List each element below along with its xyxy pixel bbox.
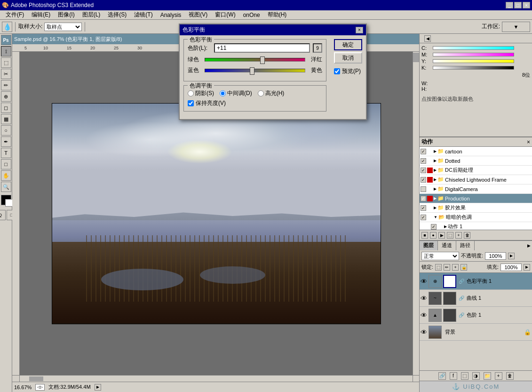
action-check-2[interactable] <box>421 158 426 164</box>
green-slider-thumb[interactable] <box>260 56 265 64</box>
tab-layers[interactable]: 图层 <box>420 241 438 250</box>
midtone-radio-input[interactable] <box>220 90 226 96</box>
dialog-close-btn[interactable]: × <box>356 27 363 33</box>
hand-tool[interactable]: ✋ <box>1 170 11 181</box>
actions-close[interactable]: × <box>527 139 530 145</box>
menu-analysis[interactable]: Analysis <box>157 11 185 19</box>
blue-slider-track[interactable] <box>205 69 305 72</box>
window-controls[interactable]: _ □ × <box>506 2 530 8</box>
close-button[interactable]: × <box>523 2 530 8</box>
zoom-slider[interactable]: ◁▷ <box>35 384 45 391</box>
tab-channels[interactable]: 通道 <box>438 241 456 250</box>
selection-tool[interactable]: ⬚ <box>1 57 11 68</box>
add-style-btn[interactable]: f <box>450 372 457 380</box>
layer-row-curves[interactable]: 👁 ~ 🔗 曲线 1 <box>420 290 532 307</box>
action-check-1[interactable] <box>421 149 426 154</box>
action-row-action1[interactable]: ▶ 动作 1 <box>420 222 532 230</box>
action-row-dc[interactable]: ▶ 📁 DC后期处理 <box>420 166 532 175</box>
minimize-button[interactable]: _ <box>506 2 513 8</box>
menu-layer[interactable]: 图层(L) <box>79 10 104 20</box>
new-group-btn[interactable]: 📁 <box>484 372 491 380</box>
action-check-5[interactable] <box>421 186 426 192</box>
action-check-3[interactable] <box>421 168 426 173</box>
new-fill-btn[interactable]: ◑ <box>472 372 480 380</box>
play-btn[interactable]: ▶ <box>438 232 445 239</box>
action-row-film[interactable]: ▶ 📁 胶片效果 <box>420 203 532 213</box>
record-btn[interactable]: ● <box>430 232 437 239</box>
gradient-tool[interactable]: ▦ <box>1 114 11 124</box>
action-check-9[interactable] <box>431 224 437 230</box>
menu-image[interactable]: 图像(I) <box>54 10 78 20</box>
shadow-radio[interactable]: 阴影(S) <box>188 89 214 97</box>
eyedropper-tool[interactable]: 💧 <box>2 22 12 32</box>
clone-tool[interactable]: ⊕ <box>1 91 11 102</box>
add-mask-btn[interactable]: ⬚ <box>461 372 468 380</box>
midtone-radio[interactable]: 中间调(D) <box>220 89 252 97</box>
action-check-8[interactable] <box>421 215 426 220</box>
action-row-dotted[interactable]: ▶ 📁 Dotted <box>420 156 532 166</box>
action-row-dark[interactable]: ▼ 📂 暗暗的色调 <box>420 213 532 222</box>
new-set-btn[interactable]: ⬚ <box>447 232 453 239</box>
new-action-btn[interactable]: + <box>455 232 462 239</box>
lock-all[interactable]: 🔒 <box>461 264 467 271</box>
workspace-btn[interactable]: ▼ <box>502 22 530 32</box>
color-level-btn[interactable]: 9 <box>313 43 322 53</box>
color-level-input[interactable] <box>214 43 310 53</box>
fill-input[interactable] <box>500 264 522 271</box>
cancel-button[interactable]: 取消 <box>334 52 362 64</box>
ok-button[interactable]: 确定 <box>334 39 362 50</box>
action-row-chiseled[interactable]: ▶ 📁 Chiseled Lightwood Frame <box>420 175 532 184</box>
action-check-7[interactable] <box>421 205 426 211</box>
green-slider-track[interactable] <box>205 58 305 62</box>
foreground-color[interactable] <box>1 195 11 205</box>
dodge-tool[interactable]: ○ <box>1 125 11 136</box>
preview-checkbox[interactable] <box>334 68 340 74</box>
delete-action-btn[interactable]: 🗑 <box>464 232 470 239</box>
action-row-digital[interactable]: ▶ 📁 DigitalCamera <box>420 184 532 194</box>
lock-pixels[interactable]: ✏ <box>444 264 450 271</box>
link-layers-btn[interactable]: 🔗 <box>438 372 446 380</box>
menu-onone[interactable]: onOne <box>239 11 264 19</box>
menu-window[interactable]: 窗口(W) <box>211 10 239 20</box>
blue-slider-thumb[interactable] <box>250 67 254 75</box>
fill-arrow[interactable]: ▶ <box>524 264 530 271</box>
layer-row-color-balance[interactable]: 👁 ⊕ 🔗 色彩平衡 1 <box>420 273 532 290</box>
zoom-tool[interactable]: 🔍 <box>1 182 11 192</box>
shape-tool[interactable]: □ <box>1 159 11 169</box>
menu-file[interactable]: 文件(F) <box>2 10 28 20</box>
tab-paths[interactable]: 路径 <box>456 241 475 250</box>
action-row-production[interactable]: ▶ 📁 Production <box>420 194 532 203</box>
action-row-cartoon[interactable]: ▶ 📁 cartoon <box>420 147 532 156</box>
opacity-input[interactable] <box>485 252 506 260</box>
menu-edit[interactable]: 编辑(E) <box>28 10 54 20</box>
menu-help[interactable]: 帮助(H) <box>264 10 291 20</box>
action-check-6[interactable] <box>421 196 426 201</box>
lock-transparent[interactable]: ⬚ <box>435 264 442 271</box>
action-check-4[interactable] <box>421 177 426 183</box>
delete-layer-btn[interactable]: 🗑 <box>506 372 514 380</box>
text-tool[interactable]: T <box>1 148 11 158</box>
standard-mode[interactable]: Q <box>0 210 6 220</box>
maximize-button[interactable]: □ <box>514 2 522 8</box>
panel-menu-btn[interactable]: ▶ <box>525 241 532 250</box>
menu-select[interactable]: 选择(S) <box>104 10 130 20</box>
preserve-lum-checkbox[interactable] <box>188 100 194 106</box>
eye-icon-2[interactable]: 👁 <box>421 295 427 302</box>
pen-tool[interactable]: ✒ <box>1 136 11 147</box>
menu-view[interactable]: 视图(V) <box>185 10 211 20</box>
erase-tool[interactable]: ◻ <box>1 103 11 113</box>
eyedropper-tool-btn[interactable]: ⟟ <box>1 46 11 56</box>
highlight-radio-input[interactable] <box>258 90 264 96</box>
brush-tool[interactable]: ✏ <box>1 80 11 90</box>
crop-tool[interactable]: ✂ <box>1 69 11 79</box>
eye-icon-3[interactable]: 👁 <box>421 312 427 319</box>
new-layer-btn[interactable]: + <box>495 372 502 380</box>
stop-btn[interactable]: ■ <box>421 232 428 239</box>
layer-row-levels[interactable]: 👁 ▲ 🔗 色阶 1 <box>420 307 532 324</box>
opacity-arrow[interactable]: ▶ <box>508 253 515 259</box>
lock-position[interactable]: + <box>452 264 459 271</box>
shadow-radio-input[interactable] <box>188 90 194 96</box>
eye-icon-4[interactable]: 👁 <box>421 328 427 336</box>
menu-filter[interactable]: 滤镜(T) <box>130 10 156 20</box>
highlight-radio[interactable]: 高光(H) <box>258 89 285 97</box>
